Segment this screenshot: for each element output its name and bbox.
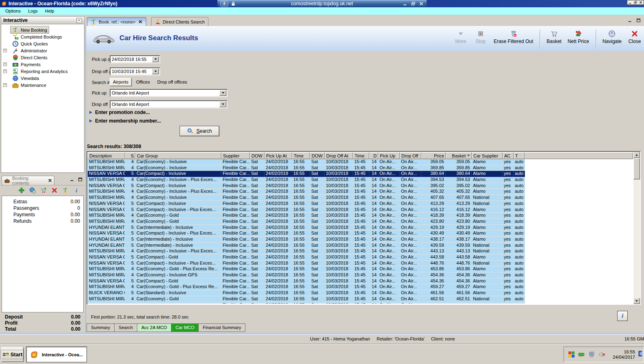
table-row[interactable]: MITSUBISHI MIRAGE...4Car(Economy) - Incl… [88,165,633,171]
table-row[interactable]: MITSUBISHI MIRAGE...4Car(Economy) - Gold… [88,284,633,290]
column-header-pick-up-11[interactable]: Pick Up [378,152,400,159]
speaker-muted-icon[interactable] [598,351,605,358]
column-header-car-supplier-15[interactable]: Car Supplier [472,152,503,159]
table-row[interactable]: MITSUBISHI MIRAGE...4Car(Economy) - Gold… [88,213,633,219]
minimize-icon[interactable] [628,18,632,22]
column-header-pick-up-at-5[interactable]: Pick Up At [265,152,292,159]
table-row[interactable]: NISSAN VERSA OR S...5Car(Compact) - Incl… [88,261,633,267]
search-in-option-drop-off-offices[interactable]: Drop off offices [154,78,190,86]
minimize-icon[interactable] [628,1,632,4]
table-row[interactable]: HYUNDAI ELANTRA ...5Car(Intermediate) - … [88,243,633,249]
table-row[interactable]: MITSUBISHI MIRAGE...4Car(Economy) - Incl… [88,248,633,254]
column-header-ac-16[interactable]: AC [503,152,514,159]
refresh-clock-icon[interactable] [29,187,36,194]
table-row[interactable]: NISSAN VERSA OR S...5Car(Compact) - Incl… [88,230,633,237]
info-icon[interactable]: i [73,187,80,194]
column-header-t-17[interactable]: T [514,152,525,159]
column-header-supplier-3[interactable]: Supplier [221,152,250,159]
minimize-icon[interactable] [403,2,407,6]
booking-row-extras[interactable]: Extras0.00 [2,198,83,205]
palm-tree-icon[interactable] [62,187,69,194]
close-icon[interactable] [639,1,643,4]
sidebar-item-reporting-and-analytics[interactable]: +Reporting and Analytics [1,68,84,75]
sidebar-item-administrator[interactable]: +Administrator [1,47,84,54]
table-row[interactable]: MITSUBISHI MIRAGE...4Car(Economy) - Gold… [88,266,633,272]
dropoff-location-select[interactable]: Orlando Intl Airport [110,100,228,108]
start-button[interactable]: Start [1,347,24,362]
bottom-tab-car-mco[interactable]: Car MCO [171,323,199,332]
restore-icon[interactable] [633,1,637,4]
dropdown-button[interactable] [219,101,226,107]
booking-contents-tab[interactable]: Booking contents ✕ [2,176,54,185]
table-row[interactable]: NISSAN VERSA OR S...5Car(Compact) - Incl… [88,183,633,189]
expand-plus-icon[interactable]: + [3,69,7,73]
table-row[interactable]: MITSUBISHI MIRAGE...4Car(Economy) - Gold… [88,296,633,302]
nett-price-button[interactable]: Nett Price [568,30,589,44]
close-icon[interactable] [419,2,423,6]
table-row[interactable]: MITSUBISHI MIRAGE...4Car(Economy) - Incl… [88,272,633,278]
scroll-up-button[interactable] [633,152,640,158]
table-row[interactable]: MITSUBISHI MIRAGE...4Car(Economy) - Incl… [88,159,633,165]
bottom-tab-financial-summary[interactable]: Financial Summary [198,323,245,332]
table-row[interactable]: NISSAN VERSA OR S...5Car(Compact) - Gold… [88,278,633,284]
sidebar-item-new-booking[interactable]: New Booking [1,26,84,33]
restore-icon[interactable] [411,2,415,6]
dropdown-button[interactable] [219,90,226,96]
sidebar-item-direct-clients[interactable]: Direct Clients [1,54,84,61]
dropdown-button[interactable] [152,69,159,74]
table-row[interactable]: MITSUBISHI MIRAGE...4Car(Economy) - Gold… [88,219,633,225]
close-button[interactable]: Close [628,30,642,44]
sidebar-item-quick-quotes[interactable]: Quick Quotes [1,40,84,47]
menu-item-help[interactable]: Help [41,8,58,14]
info-button[interactable]: i [617,311,628,321]
tab-close-icon[interactable]: ✕ [139,19,143,25]
table-row[interactable]: NISSAN VERSA OR S...5Car(Compact) - Incl… [88,171,633,177]
table-row[interactable]: NISSAN VERSA OR S...5Car(Compact) - Incl… [88,201,633,207]
collapse-panel-icon[interactable]: − [76,18,82,23]
network-card-icon[interactable] [578,351,585,358]
booking-row-payments[interactable]: Payments0.00 [2,211,83,218]
erase-filtered-out-button[interactable]: Erase Filtered Out [494,30,533,44]
table-row[interactable]: NISSAN VERSA OR S...5Car(Compact) - Gold… [88,254,633,261]
table-row[interactable]: MITSUBISHI MIRAGE...4Car(Economy) - Incl… [88,189,633,195]
column-header-time-9[interactable]: Time [353,152,369,159]
scroll-down-button[interactable] [633,298,640,304]
scrollbar-thumb[interactable] [633,158,640,179]
table-row[interactable]: MITSUBISHI MIRAGE...4Car(Economy) - Incl… [88,195,633,201]
basket-button[interactable]: Basket [546,30,562,44]
antivirus-icon[interactable] [568,351,575,358]
column-header-s-1[interactable]: S [125,152,135,159]
search-button[interactable]: Search [180,126,219,136]
search-in-option-offices[interactable]: Offices [133,78,153,86]
column-header-dow-7[interactable]: DOW [310,152,325,159]
navigate-button[interactable]: Navigate [603,30,622,44]
booking-row-refunds[interactable]: Refunds0.00 [2,218,83,224]
expand-plus-icon[interactable]: + [3,62,7,66]
promotion-code-expander[interactable]: Enter promotion code... [89,110,150,115]
column-header-d-10[interactable]: D [369,152,378,159]
column-header-car-group-2[interactable]: Car Group [135,152,221,159]
bottom-tab-acc-2a-mco[interactable]: Acc 2A MCO [137,323,171,332]
delete-x-icon[interactable] [51,187,58,194]
table-row-partial[interactable]: Flexible Car...Sat24/02/201816:55Sat10/0… [88,302,633,304]
pickup-location-select[interactable]: Orlando Intl Airport [110,89,228,97]
column-header-basket-14[interactable]: Basket [446,152,472,159]
column-header-drop-off-12[interactable]: Drop Off [400,152,421,159]
sidebar-item-viewdata[interactable]: Viewdata [1,75,84,82]
column-header-dow-4[interactable]: DOW [250,152,265,159]
add-icon[interactable] [18,187,25,194]
booking-row-passengers[interactable]: Passengers0 [2,205,83,211]
table-row[interactable]: MITSUBISHI MIRAGE...4Car(Economy) - Incl… [88,177,633,183]
computer-icon[interactable] [588,351,595,358]
table-row[interactable]: NISSAN VERSA OR S...5Car(Compact) - Incl… [88,207,633,213]
tab-direct-clients-search[interactable]: Direct Clients Search [151,17,208,26]
maximize-icon[interactable] [636,18,641,22]
cart-add-icon[interactable] [40,187,47,194]
dropoff-at-select[interactable]: 10/03/2018 15:45 [110,67,160,75]
search-in-option-airports[interactable]: Airports [110,78,132,86]
table-row[interactable]: BUICK VERANO OR S...5Car(Standard) - Inc… [88,290,633,296]
minimize-icon[interactable] [70,177,74,181]
bottom-tab-summary[interactable]: Summary [87,323,115,332]
taskbar-app-button[interactable]: Interactive - Ocea... [26,347,87,362]
vertical-scrollbar[interactable] [633,152,640,304]
